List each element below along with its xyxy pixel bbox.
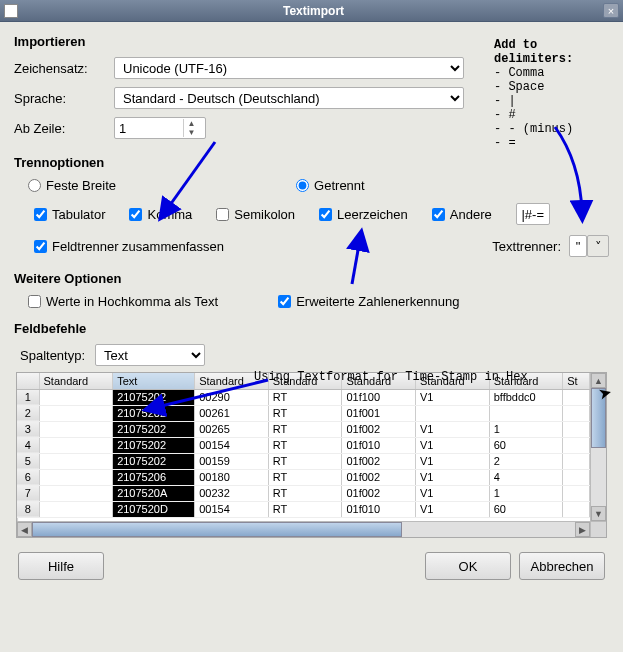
column-header[interactable]: St [563, 373, 590, 389]
table-cell[interactable] [563, 405, 590, 421]
table-cell[interactable]: V1 [416, 421, 490, 437]
table-cell[interactable] [563, 469, 590, 485]
row-header[interactable]: 3 [17, 421, 39, 437]
check-merge[interactable]: Feldtrenner zusammenfassen [34, 239, 224, 254]
row-header[interactable]: 2 [17, 405, 39, 421]
table-cell[interactable] [39, 485, 113, 501]
check-space[interactable]: Leerzeichen [319, 207, 408, 222]
table-cell[interactable]: 01f002 [342, 453, 416, 469]
table-cell[interactable]: 21075202 [113, 453, 195, 469]
table-cell[interactable]: 00154 [195, 501, 269, 517]
row-header[interactable]: 5 [17, 453, 39, 469]
table-cell[interactable]: 1 [489, 485, 563, 501]
row-header[interactable]: 7 [17, 485, 39, 501]
table-cell[interactable]: RT [268, 405, 342, 421]
row-header[interactable]: 4 [17, 437, 39, 453]
table-cell[interactable]: RT [268, 421, 342, 437]
row-header[interactable]: 8 [17, 501, 39, 517]
table-cell[interactable]: 00180 [195, 469, 269, 485]
scroll-down-icon[interactable]: ▼ [591, 506, 606, 521]
table-cell[interactable]: 1 [489, 421, 563, 437]
table-cell[interactable] [39, 453, 113, 469]
column-header[interactable]: Text [113, 373, 195, 389]
table-cell[interactable] [39, 437, 113, 453]
cancel-button[interactable]: Abbrechen [519, 552, 605, 580]
check-numbers[interactable]: Erweiterte Zahlenerkennung [278, 294, 459, 309]
table-cell[interactable]: 00159 [195, 453, 269, 469]
check-tab[interactable]: Tabulator [34, 207, 105, 222]
table-cell[interactable] [39, 389, 113, 405]
table-cell[interactable]: 60 [489, 437, 563, 453]
horizontal-scrollbar[interactable]: ◀ ▶ [17, 521, 606, 537]
table-cell[interactable]: 2107520D [113, 501, 195, 517]
fromrow-spinner[interactable]: ▲ ▼ [114, 117, 206, 139]
table-cell[interactable]: 60 [489, 501, 563, 517]
table-cell[interactable]: RT [268, 469, 342, 485]
table-cell[interactable]: RT [268, 437, 342, 453]
scroll-left-icon[interactable]: ◀ [17, 522, 32, 537]
table-cell[interactable]: 21075202 [113, 437, 195, 453]
table-cell[interactable] [39, 469, 113, 485]
help-button[interactable]: Hilfe [18, 552, 104, 580]
row-header[interactable]: 1 [17, 389, 39, 405]
ok-button[interactable]: OK [425, 552, 511, 580]
spinner-up-icon[interactable]: ▲ [184, 119, 199, 128]
table-cell[interactable] [563, 453, 590, 469]
table-cell[interactable]: 21075206 [113, 469, 195, 485]
table-cell[interactable] [563, 437, 590, 453]
table-cell[interactable]: 00290 [195, 389, 269, 405]
table-cell[interactable] [39, 501, 113, 517]
table-cell[interactable]: 00261 [195, 405, 269, 421]
table-cell[interactable] [39, 421, 113, 437]
table-cell[interactable]: 00154 [195, 437, 269, 453]
table-cell[interactable] [416, 405, 490, 421]
table-cell[interactable]: RT [268, 453, 342, 469]
column-header[interactable]: Standard [342, 373, 416, 389]
check-comma[interactable]: Komma [129, 207, 192, 222]
textdelim-dropdown-icon[interactable]: ˅ [587, 235, 609, 257]
table-cell[interactable] [563, 421, 590, 437]
table-cell[interactable] [39, 405, 113, 421]
radio-fixed[interactable]: Feste Breite [28, 178, 116, 193]
table-cell[interactable]: V1 [416, 501, 490, 517]
column-header[interactable]: Standard [39, 373, 113, 389]
table-cell[interactable]: 01f002 [342, 421, 416, 437]
table-cell[interactable]: 01f100 [342, 389, 416, 405]
column-header[interactable]: Standard [489, 373, 563, 389]
table-cell[interactable] [563, 485, 590, 501]
hscroll-thumb[interactable] [32, 522, 402, 537]
radio-separated[interactable]: Getrennt [296, 178, 365, 193]
table-cell[interactable]: V1 [416, 437, 490, 453]
table-cell[interactable]: bffbddc0 [489, 389, 563, 405]
table-cell[interactable]: 2107520A [113, 485, 195, 501]
column-header[interactable]: Standard [416, 373, 490, 389]
check-other[interactable]: Andere [432, 207, 492, 222]
table-cell[interactable]: V1 [416, 485, 490, 501]
table-cell[interactable]: 2 [489, 453, 563, 469]
table-cell[interactable]: 21075202 [113, 405, 195, 421]
table-cell[interactable] [563, 501, 590, 517]
table-cell[interactable]: 01f001 [342, 405, 416, 421]
table-cell[interactable] [489, 405, 563, 421]
table-cell[interactable]: 00265 [195, 421, 269, 437]
row-header[interactable]: 6 [17, 469, 39, 485]
table-cell[interactable]: 21075202 [113, 389, 195, 405]
check-quoted[interactable]: Werte in Hochkomma als Text [28, 294, 218, 309]
table-cell[interactable]: 01f010 [342, 437, 416, 453]
table-cell[interactable]: 01f002 [342, 469, 416, 485]
table-cell[interactable]: RT [268, 501, 342, 517]
coltype-select[interactable]: Text [95, 344, 205, 366]
table-cell[interactable] [563, 389, 590, 405]
spinner-down-icon[interactable]: ▼ [184, 128, 199, 137]
close-icon[interactable]: × [603, 3, 619, 18]
table-cell[interactable]: V1 [416, 453, 490, 469]
column-header[interactable]: Standard [195, 373, 269, 389]
table-cell[interactable]: 21075202 [113, 421, 195, 437]
fromrow-input[interactable] [115, 119, 183, 137]
table-cell[interactable]: 4 [489, 469, 563, 485]
table-cell[interactable]: RT [268, 389, 342, 405]
textdelim-input[interactable] [569, 235, 587, 257]
charset-select[interactable]: Unicode (UTF-16) [114, 57, 464, 79]
table-cell[interactable]: V1 [416, 469, 490, 485]
check-semicolon[interactable]: Semikolon [216, 207, 295, 222]
